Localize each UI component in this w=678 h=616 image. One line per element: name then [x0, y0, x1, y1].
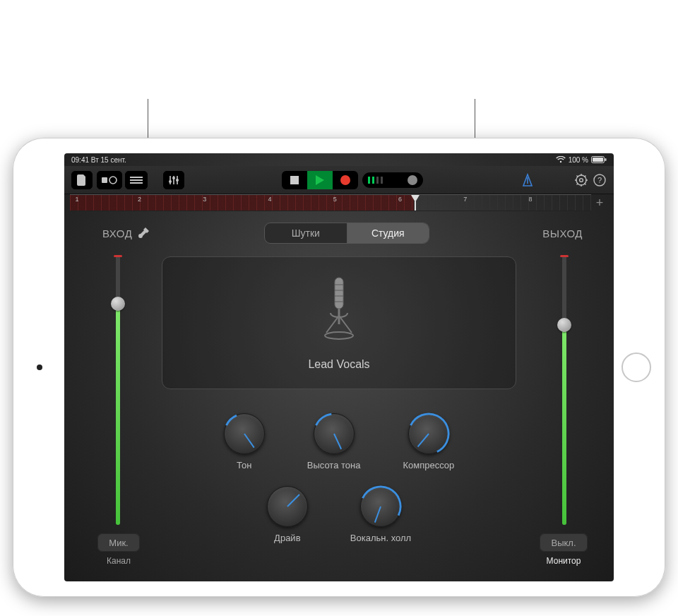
monitor-footer: Выкл. Монитор [532, 533, 595, 566]
svg-rect-7 [130, 182, 143, 184]
channel-label: Канал [107, 556, 131, 566]
status-left: 09:41 Вт 15 сент. [71, 156, 126, 164]
wifi-icon [556, 156, 566, 163]
svg-point-12 [580, 178, 583, 182]
microphone-icon [319, 275, 359, 348]
browser-button[interactable] [97, 171, 122, 189]
output-section-label: ВЫХОД [542, 227, 601, 239]
status-time: 09:41 [71, 156, 89, 164]
status-bar: 09:41 Вт 15 сент. 100 % [64, 153, 614, 166]
monitor-label: Монитор [547, 556, 581, 566]
status-right: 100 % [556, 156, 607, 164]
svg-point-9 [172, 177, 175, 179]
app-toolbar: ? [64, 166, 614, 194]
input-section-label: ВХОД [77, 226, 150, 241]
knob-pitch[interactable]: Высота тона [307, 413, 361, 470]
metronome-button[interactable] [521, 173, 535, 187]
app-screen: 09:41 Вт 15 сент. 100 % [64, 153, 614, 581]
help-button[interactable]: ? [593, 173, 607, 187]
svg-rect-2 [605, 158, 607, 161]
transport-controls [282, 171, 358, 189]
knob-area: Тон Высота тона [162, 399, 516, 571]
record-button[interactable] [333, 171, 358, 189]
knob-compressor[interactable]: Компрессор [403, 413, 454, 470]
output-level-slider[interactable] [543, 251, 585, 529]
knob-drive[interactable]: Драйв [267, 486, 308, 543]
master-volume-slider[interactable] [362, 172, 423, 188]
svg-point-4 [109, 177, 117, 184]
svg-point-16 [325, 332, 353, 339]
add-section-button[interactable]: + [591, 194, 608, 211]
knob-vocal-hall[interactable]: Вокальн. холл [350, 486, 411, 543]
preset-card[interactable]: Lead Vocals [162, 256, 516, 389]
preset-tabs: Шутки Студия [264, 223, 429, 244]
audio-recorder-panel: ВХОД Шутки Студия ВЫХОД [64, 211, 614, 581]
svg-point-10 [176, 179, 179, 182]
status-battery-text: 100 % [569, 156, 588, 164]
ruler-bar-labels: 1 2 3 4 5 6 7 8 [70, 196, 591, 203]
settings-button[interactable] [574, 173, 588, 187]
status-date: Вт 15 сент. [91, 156, 126, 164]
monitor-off-chip[interactable]: Выкл. [540, 533, 587, 552]
svg-point-8 [169, 180, 172, 183]
battery-icon [591, 156, 607, 163]
tab-studio[interactable]: Студия [347, 223, 429, 243]
preset-name: Lead Vocals [308, 358, 369, 371]
play-button[interactable] [307, 171, 333, 189]
timeline-ruler[interactable]: 1 2 3 4 5 6 7 8 + [70, 194, 608, 211]
svg-text:?: ? [597, 176, 602, 184]
tracks-button[interactable] [125, 171, 148, 189]
track-controls-button[interactable] [163, 171, 184, 189]
stop-button[interactable] [282, 171, 307, 189]
channel-footer: Мик. Канал [87, 533, 150, 566]
mic-chip[interactable]: Мик. [97, 533, 139, 552]
plug-icon[interactable] [138, 226, 150, 241]
input-level-slider[interactable] [97, 251, 139, 529]
svg-rect-5 [130, 177, 143, 178]
svg-rect-1 [593, 158, 603, 162]
my-songs-button[interactable] [71, 171, 93, 189]
home-button[interactable] [622, 353, 651, 382]
ipad-frame: 09:41 Вт 15 сент. 100 % [13, 138, 665, 597]
svg-rect-3 [102, 177, 107, 183]
knob-tone[interactable]: Тон [224, 413, 265, 470]
svg-rect-15 [335, 278, 343, 309]
svg-rect-6 [130, 179, 143, 181]
tab-fun[interactable]: Шутки [265, 223, 347, 243]
